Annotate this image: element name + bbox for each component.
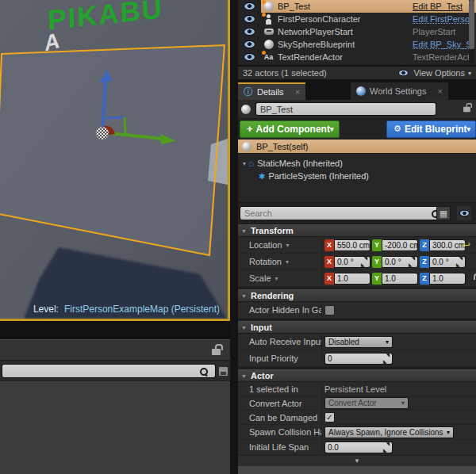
outliner-row-bp-test[interactable]: BP_Test Edit BP_Test: [238, 0, 476, 13]
outliner-scrollbar[interactable]: [469, 0, 474, 63]
edit-blueprint-link[interactable]: Edit FirstPersonC: [413, 14, 473, 24]
edit-blueprint-button[interactable]: ⚙ Edit Blueprint ▾: [386, 120, 476, 138]
section-header-actor[interactable]: ▼ Actor: [238, 369, 476, 382]
actor-type-label: PlayerStart: [413, 27, 455, 36]
scene-canvas[interactable]: [0, 0, 228, 319]
property-row-can-be-damaged: Can be Damaged ✓: [238, 411, 476, 425]
chevron-down-icon: ▾: [467, 125, 471, 133]
edit-blueprint-link[interactable]: Edit BP_Sky_Sph: [413, 40, 473, 49]
save-filter-button[interactable]: [219, 367, 228, 376]
scale-x-input[interactable]: 1.0: [334, 273, 370, 285]
details-search-input[interactable]: [240, 208, 432, 218]
outliner-row-firstpersoncharacter[interactable]: FirstPersonCharacter Edit FirstPersonC: [238, 13, 476, 25]
level-name: FirstPersonExampleMap (Persistent): [64, 304, 220, 315]
drag-handle-icon[interactable]: [409, 258, 415, 265]
scrollbar-thumb[interactable]: [469, 0, 474, 49]
property-label[interactable]: Scale ▾: [238, 270, 322, 286]
visibility-filter-button[interactable]: [457, 206, 471, 220]
scale-z-input[interactable]: 1.0: [429, 273, 466, 285]
drag-handle-icon[interactable]: [361, 258, 367, 265]
location-y-input[interactable]: -200.0 cm: [382, 239, 418, 251]
actor-name-fieldbox[interactable]: [255, 102, 436, 116]
spawn-collision-dropdown[interactable]: Always Spawn, Ignore Collisions ▾: [324, 426, 454, 438]
tab-details[interactable]: ⓘ Details ×: [238, 82, 305, 100]
component-row-staticmesh[interactable]: ▼ ⌂ StaticMesh (Inherited): [238, 157, 476, 170]
lock-button[interactable]: [463, 106, 471, 113]
section-header-transform[interactable]: ▼ Transform: [238, 224, 476, 237]
initial-life-span-input[interactable]: 0.0: [324, 442, 393, 453]
empty-tab-strip: [0, 321, 230, 339]
actor-name[interactable]: FirstPersonCharacter: [278, 14, 361, 24]
column-view-button[interactable]: ▦: [436, 206, 451, 220]
auto-receive-input-dropdown[interactable]: Disabled ▾: [324, 336, 393, 348]
tab-label: Details: [257, 87, 284, 97]
details-search-box[interactable]: [240, 206, 443, 220]
visibility-toggle[interactable]: [238, 15, 261, 23]
section-arrow-icon: ▼: [241, 373, 247, 379]
search-box[interactable]: [2, 364, 216, 378]
drag-handle-icon[interactable]: [383, 444, 390, 450]
drag-handle-icon[interactable]: [456, 258, 463, 265]
rotation-z-input[interactable]: 0.0 °: [429, 256, 466, 268]
expander-icon[interactable]: ▼: [240, 161, 248, 166]
actor-name[interactable]: TextRenderActor: [278, 52, 343, 62]
gizmo-plane-handle-green[interactable]: [125, 117, 125, 134]
gizmo-plane-handle-blue[interactable]: [106, 117, 125, 118]
component-row-self[interactable]: BP_Test(self): [238, 140, 476, 154]
property-label: Initial Life Span: [238, 440, 322, 454]
search-input[interactable]: [2, 366, 200, 376]
chevron-down-icon: ▾: [382, 338, 389, 346]
level-indicator: Level:FirstPersonExampleMap (Persistent): [33, 304, 220, 315]
component-row-particlesystem[interactable]: ✱ ParticleSystem (Inherited): [238, 170, 476, 182]
convert-actor-dropdown[interactable]: Convert Actor ▾: [324, 397, 409, 409]
outliner-row-skysphereblueprint[interactable]: SkySphereBlueprint Edit BP_Sky_Sph: [238, 38, 476, 51]
add-component-button[interactable]: + Add Component ▾: [240, 120, 340, 138]
rotation-x-input[interactable]: 0.0 °: [334, 256, 370, 268]
input-priority-input[interactable]: 0: [324, 353, 393, 365]
level-viewport[interactable]: PIKABU A Level:FirstPersonExampleMap (Pe…: [0, 0, 230, 321]
lock-button[interactable]: [212, 349, 221, 355]
visibility-toggle[interactable]: [238, 2, 261, 10]
tab-world-settings[interactable]: World Settings ×: [351, 82, 448, 100]
edit-blueprint-link[interactable]: Edit BP_Test: [413, 2, 463, 11]
close-icon[interactable]: ×: [295, 87, 300, 97]
property-label[interactable]: Rotation ▾: [238, 254, 322, 269]
chevron-down-icon: ▾: [443, 429, 450, 436]
component-label: StaticMesh (Inherited): [257, 159, 343, 168]
close-icon[interactable]: ×: [437, 86, 442, 96]
actor-icon: [241, 105, 251, 114]
eye-icon: [244, 2, 255, 10]
hidden-in-game-checkbox[interactable]: [324, 305, 335, 315]
selected-plane[interactable]: [0, 45, 225, 255]
eye-icon: [459, 210, 470, 217]
property-label: Can be Damaged: [238, 411, 322, 424]
property-label[interactable]: Location ▾: [238, 237, 322, 253]
gizmo-origin-ball[interactable]: [96, 127, 109, 140]
search-row: [0, 361, 230, 381]
visibility-toggle[interactable]: [238, 53, 261, 61]
actor-name[interactable]: BP_Test: [278, 2, 310, 11]
reset-to-default-icon[interactable]: ↩: [463, 239, 470, 250]
section-title: Input: [251, 323, 272, 332]
details-expander[interactable]: ▼: [238, 455, 476, 465]
actor-name[interactable]: NetworkPlayerStart: [278, 27, 353, 36]
property-row-rotation: Rotation ▾ X0.0 ° Y0.0 ° Z0.0 °: [238, 254, 476, 270]
can-be-damaged-checkbox[interactable]: ✓: [324, 412, 335, 422]
drag-handle-icon[interactable]: [383, 355, 390, 361]
location-z-input[interactable]: 300.0 cm: [429, 239, 466, 251]
section-header-rendering[interactable]: ▼ Rendering: [238, 289, 476, 302]
section-header-input[interactable]: ▼ Input: [238, 321, 476, 334]
visibility-toggle[interactable]: [238, 40, 261, 48]
actor-name[interactable]: SkySphereBlueprint: [278, 40, 355, 49]
location-x-input[interactable]: 550.0 cm: [334, 239, 370, 251]
property-row-auto-receive-input: Auto Receive Input Disabled ▾: [238, 334, 476, 350]
outliner-row-networkplayerstart[interactable]: NetworkPlayerStart PlayerStart: [238, 25, 476, 38]
scale-y-input[interactable]: 1.0: [382, 273, 418, 285]
right-dock: BP_Test Edit BP_Test FirstPersonCharacte…: [238, 0, 476, 474]
property-label: 1 selected in: [238, 382, 322, 396]
rotation-y-input[interactable]: 0.0 °: [382, 256, 418, 268]
visibility-toggle[interactable]: [238, 28, 261, 36]
view-options-button[interactable]: View Options: [413, 68, 465, 78]
actor-name-input[interactable]: [256, 105, 436, 114]
outliner-row-textrenderactor[interactable]: Aa TextRenderActor TextRenderActor: [238, 51, 476, 63]
